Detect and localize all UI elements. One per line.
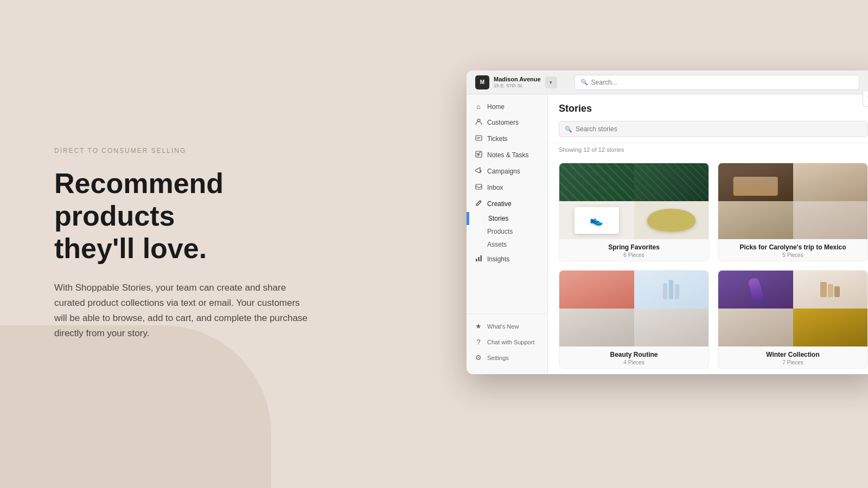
story-image-3 [718,309,793,346]
sidebar-item-customers[interactable]: Customers [467,114,547,131]
story-title: Beauty Routine [565,351,703,358]
sidebar-item-home[interactable]: ⌂ Home [467,99,547,114]
sidebar-item-support[interactable]: ? Chat with Support [467,334,547,350]
story-pieces: 6 Pieces [565,252,703,258]
content-header: Stories 🔍 [548,94,868,143]
sidebar-item-notes[interactable]: Notes & Tasks [467,147,547,163]
story-info: Picks for Carolyne's trip to Mexico 5 Pi… [718,239,867,261]
creative-icon [474,200,483,208]
left-panel: DIRECT TO CONSUMER SELLING Recommend pro… [0,0,369,488]
story-title: Picks for Carolyne's trip to Mexico [724,243,862,251]
sidebar-item-inbox[interactable]: Inbox [467,179,547,196]
story-image-1 [559,271,634,309]
nav-label-customers: Customers [487,119,519,126]
story-image-2 [634,271,709,309]
story-title: Winter Collection [724,351,862,358]
body-paragraph: With Shoppable Stories, your team can cr… [54,280,315,341]
story-image-1 [559,163,634,201]
story-image-2 [793,271,868,309]
story-card-images: 👟 [559,163,709,239]
search-stories-icon: 🔍 [565,126,572,133]
svg-rect-9 [478,257,480,261]
stories-count: Showing 12 of 12 stories [548,143,868,157]
workspace-name: Madison Avenue [494,76,541,83]
stories-grid: 👟 Spring Favorites 6 Pieces [548,157,868,374]
sidebar-sub-products[interactable]: Products [467,225,547,238]
story-card-mexico[interactable]: Picks for Carolyne's trip to Mexico 5 Pi… [718,163,868,261]
search-input[interactable] [591,79,853,86]
nav-label-support: Chat with Support [487,339,534,345]
main-content: Stories 🔍 Showing 12 of 12 stories [548,94,868,374]
headline-line1: Recommend products [54,168,224,232]
workspace-dropdown-button[interactable]: ▾ [545,76,557,88]
nav-label-inbox: Inbox [487,184,503,191]
story-image-1 [718,163,793,201]
notes-icon [474,151,483,159]
search-stories-input[interactable] [576,125,862,133]
story-card-winter[interactable]: Winter Collection 7 Pieces [718,270,868,369]
app-body: ⌂ Home Customers [467,94,868,374]
app-window: M Madison Avenue 15 E. 57th St. ▾ 🔍 ⌂ Ho… [467,70,868,374]
nav-label-whats-new: What's New [487,323,519,330]
sidebar-item-settings[interactable]: ⚙ Settings [467,350,547,365]
svg-rect-10 [480,255,482,261]
story-info: Beauty Routine 4 Pieces [559,346,709,369]
sidebar-item-tickets[interactable]: Tickets [467,131,547,147]
search-icon: 🔍 [580,79,588,86]
story-image-3 [559,309,634,346]
story-card-spring-favorites[interactable]: 👟 Spring Favorites 6 Pieces [559,163,709,261]
sidebar-sub-assets[interactable]: Assets [467,238,547,251]
story-title: Spring Favorites [565,243,703,251]
story-card-beauty[interactable]: Beauty Routine 4 Pieces [559,270,709,369]
nav-label-assets: Assets [487,241,507,248]
nav-label-campaigns: Campaigns [487,168,520,175]
svg-rect-4 [476,151,482,157]
sidebar-item-whats-new[interactable]: ★ What's New [467,318,547,334]
home-icon: ⌂ [474,102,483,111]
support-icon: ? [474,338,483,346]
headline: Recommend products they'll love. [54,168,315,265]
page-title: Stories [559,103,868,114]
story-image-1 [718,271,793,309]
sidebar-item-insights[interactable]: Insights [467,251,547,267]
story-pieces: 5 Pieces [724,252,862,258]
story-pieces: 4 Pieces [565,359,703,365]
story-card-images [559,271,709,346]
story-image-4 [634,201,709,239]
story-info: Spring Favorites 6 Pieces [559,239,709,261]
sidebar-item-creative[interactable]: Creative [467,196,547,212]
tickets-icon [474,134,483,143]
sidebar-item-campaigns[interactable]: Campaigns [467,163,547,179]
story-image-4 [634,309,709,346]
inbox-icon [474,183,483,192]
title-bar: M Madison Avenue 15 E. 57th St. ▾ 🔍 [467,70,868,94]
nav-label-settings: Settings [487,355,509,361]
nav-label-notes: Notes & Tasks [487,151,528,159]
story-image-3 [718,201,793,239]
tab-button[interactable]: Ta [863,94,868,107]
sidebar: ⌂ Home Customers [467,94,548,374]
svg-rect-8 [476,259,477,261]
story-image-2 [793,163,868,201]
active-indicator [468,212,469,225]
nav-label-products: Products [487,228,513,235]
workspace-info: M Madison Avenue 15 E. 57th St. ▾ [475,75,557,89]
story-image-3: 👟 [559,201,634,239]
story-image-4 [793,309,868,346]
story-info: Winter Collection 7 Pieces [718,346,867,369]
workspace-logo: M [475,75,489,89]
customers-icon [474,118,483,127]
headline-line2: they'll love. [54,233,207,264]
sidebar-footer: ★ What's New ? Chat with Support ⚙ Setti… [467,313,547,370]
svg-rect-1 [476,136,482,140]
insights-icon [474,255,483,264]
nav-label-stories: Stories [488,215,508,222]
story-pieces: 7 Pieces [724,359,862,365]
sidebar-sub-stories[interactable]: Stories [467,212,547,225]
eyebrow-label: DIRECT TO CONSUMER SELLING [54,147,315,155]
settings-icon: ⚙ [474,354,483,362]
whats-new-icon: ★ [474,322,483,330]
search-bar: 🔍 [575,75,859,90]
workspace-name-block: Madison Avenue 15 E. 57th St. [494,76,541,89]
nav-label-creative: Creative [487,200,512,208]
